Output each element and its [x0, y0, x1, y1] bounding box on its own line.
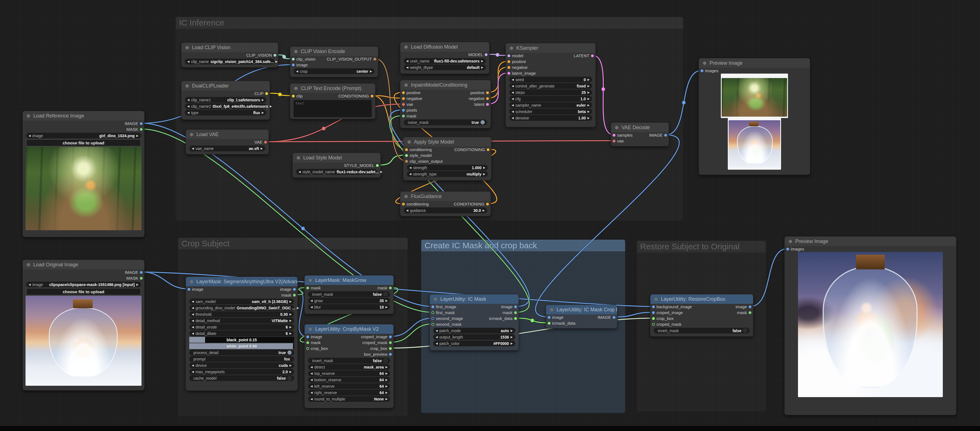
decrement-arrow[interactable]: ◀	[192, 326, 194, 329]
decrement-arrow[interactable]: ◀	[310, 372, 313, 375]
negative-input-slot[interactable]	[508, 66, 510, 69]
node-mgrow[interactable]: LayerMask: MaskGrowmaskmaskinvert_maskfa…	[304, 275, 394, 314]
grounding_dino_model-widget[interactable]: ◀grounding_dino_modelGroundingDINO_SwinT…	[189, 305, 294, 311]
invert_mask-toggle[interactable]: invert_maskfalse	[308, 358, 390, 364]
node-title-bar[interactable]: FluxGuidance	[400, 192, 490, 201]
detail_dilate-widget[interactable]: ◀detail_dilate6▶	[189, 330, 294, 336]
upload-button[interactable]: choose file to upload	[26, 139, 141, 146]
bottom_reserve-widget[interactable]: ◀bottom_reserve64▶	[308, 377, 390, 383]
decrement-arrow[interactable]: ◀	[29, 134, 31, 137]
clip-input-slot[interactable]	[292, 95, 295, 97]
decrement-arrow[interactable]: ◀	[310, 299, 313, 302]
collapse-dot[interactable]	[309, 279, 312, 282]
decrement-arrow[interactable]: ◀	[512, 117, 514, 120]
collapse-dot[interactable]	[404, 45, 408, 49]
node-icm[interactable]: LayerUtility: IC Maskfirst_imageimagefir…	[430, 294, 519, 350]
vae_name-widget[interactable]: ◀vae_nameae.sft▶	[189, 145, 265, 152]
node-lstyle[interactable]: Load Style ModelSTYLE_MODEL◀style_model_…	[293, 153, 381, 178]
increment-arrow[interactable]: ▶	[511, 329, 513, 332]
negative-output-slot[interactable]	[486, 97, 489, 100]
croped_mask-output-slot[interactable]	[389, 341, 392, 344]
node-graph-canvas[interactable]: IC InferenceCrop SubjectCreate IC Mask a…	[0, 0, 980, 431]
node-title-bar[interactable]: DualCLIPLoader	[181, 81, 270, 91]
increment-arrow[interactable]: ▶	[482, 209, 485, 212]
node-dual[interactable]: DualCLIPLoaderCLIP◀clip_name1clip_l.safe…	[181, 81, 270, 120]
node-lcv[interactable]: Load CLIP VisionCLIP_VISION◀clip_namesig…	[181, 43, 278, 67]
node-title-bar[interactable]: VAE Decode	[611, 123, 669, 132]
image-output-slot[interactable]	[749, 305, 751, 308]
decrement-arrow[interactable]: ◀	[187, 105, 189, 108]
node-title-bar[interactable]: LayerUtility: CropByMask V2	[305, 324, 393, 334]
MASK-output-slot[interactable]	[140, 277, 143, 279]
samples-input-slot[interactable]	[612, 134, 616, 137]
node-prevTop[interactable]: Preview Imageimages	[698, 58, 810, 175]
increment-arrow[interactable]: ▶	[136, 283, 138, 286]
MODEL-output-slot[interactable]	[485, 53, 487, 56]
max_megapixels-widget[interactable]: ◀max_megapixels2.0▶	[189, 369, 294, 375]
collapse-dot[interactable]	[703, 61, 706, 65]
croped_image-output-slot[interactable]	[389, 335, 392, 338]
image-input-slot[interactable]	[306, 335, 309, 338]
images-input-slot[interactable]	[786, 248, 789, 251]
increment-arrow[interactable]: ▶	[290, 300, 292, 303]
increment-arrow[interactable]: ▶	[587, 97, 590, 100]
increment-arrow[interactable]: ▶	[385, 397, 388, 401]
increment-arrow[interactable]: ▶	[385, 366, 388, 369]
node-apply[interactable]: Apply Style ModelconditioningCONDITIONIN…	[403, 137, 492, 180]
node-sam[interactable]: LayerMask: SegmentAnythingUltra V2(Advan…	[186, 276, 298, 391]
mask-output-slot[interactable]	[389, 287, 392, 289]
collapse-dot[interactable]	[550, 308, 554, 311]
node-title-bar[interactable]: LayerUtility: IC Mask	[430, 294, 519, 304]
positive-input-slot[interactable]	[508, 60, 510, 63]
node-inpaint[interactable]: InpaintModelConditioningpositivepositive…	[400, 80, 491, 128]
increment-arrow[interactable]: ▶	[483, 166, 485, 169]
IMAGE-output-slot[interactable]	[664, 134, 667, 137]
increment-arrow[interactable]: ▶	[511, 335, 513, 338]
increment-arrow[interactable]: ▶	[290, 326, 292, 329]
increment-arrow[interactable]: ▶	[370, 70, 372, 73]
mask-output-slot[interactable]	[514, 311, 517, 314]
process_detail-toggle[interactable]: process_detailtrue	[189, 350, 294, 356]
crop-widget[interactable]: ◀cropcenter▶	[294, 68, 375, 74]
increment-arrow[interactable]: ▶	[385, 305, 388, 308]
output_length-widget[interactable]: ◀output_length1536▶	[433, 334, 515, 340]
left_reserve-widget[interactable]: ◀left_reserve64▶	[308, 383, 390, 389]
node-cbm[interactable]: LayerUtility: CropByMask V2imagecroped_i…	[304, 324, 394, 408]
strength-widget[interactable]: ◀strength1.000▶	[407, 165, 488, 171]
increment-arrow[interactable]: ▶	[275, 60, 278, 63]
mask-output-slot[interactable]	[293, 294, 296, 297]
decrement-arrow[interactable]: ◀	[187, 111, 189, 114]
clip_name-widget[interactable]: ◀clip_namesigclip_vision_patch14_384.saf…	[185, 59, 275, 64]
collapse-dot[interactable]	[510, 46, 513, 50]
IMAGE-output-slot[interactable]	[612, 316, 616, 319]
increment-arrow[interactable]: ▶	[587, 104, 590, 107]
node-title-bar[interactable]: CLIP Text Encode (Prompt)	[290, 84, 375, 93]
node-orig[interactable]: Load Original ImageIMAGEMASK◀imageclipsp…	[22, 260, 145, 391]
invert_mask-toggle[interactable]: invert_maskfalse	[308, 291, 390, 297]
cfg-widget[interactable]: ◀cfg1.0▶	[509, 96, 592, 102]
collapse-dot[interactable]	[27, 263, 30, 267]
decrement-arrow[interactable]: ◀	[310, 397, 313, 401]
clip_vision_output-input-slot[interactable]	[405, 160, 408, 163]
decrement-arrow[interactable]: ◀	[436, 329, 438, 332]
image-output-slot[interactable]	[514, 305, 517, 308]
strength_type-widget[interactable]: ◀strength_typemultiply▶	[407, 171, 488, 177]
node-title-bar[interactable]: Preview Image	[785, 236, 956, 246]
threshold-widget[interactable]: ◀threshold0.30▶	[189, 311, 294, 317]
decrement-arrow[interactable]: ◀	[296, 70, 298, 73]
crop_box-output-slot[interactable]	[389, 347, 392, 350]
second_image-input-slot[interactable]	[431, 317, 434, 320]
style_model-input-slot[interactable]	[405, 154, 408, 157]
image-input-slot[interactable]	[548, 316, 550, 319]
increment-arrow[interactable]: ▶	[587, 91, 590, 94]
decrement-arrow[interactable]: ◀	[192, 313, 194, 316]
vae-input-slot[interactable]	[612, 140, 616, 142]
CONDITIONING-output-slot[interactable]	[371, 95, 374, 97]
patch_mode-widget[interactable]: ◀patch_modeauto▶	[433, 328, 515, 334]
toggle-knob[interactable]	[288, 350, 292, 354]
decrement-arrow[interactable]: ◀	[512, 85, 514, 88]
box_preview-output-slot[interactable]	[389, 353, 392, 356]
positive-output-slot[interactable]	[486, 91, 489, 94]
collapse-dot[interactable]	[185, 46, 189, 49]
steps-widget[interactable]: ◀steps25▶	[509, 89, 592, 95]
